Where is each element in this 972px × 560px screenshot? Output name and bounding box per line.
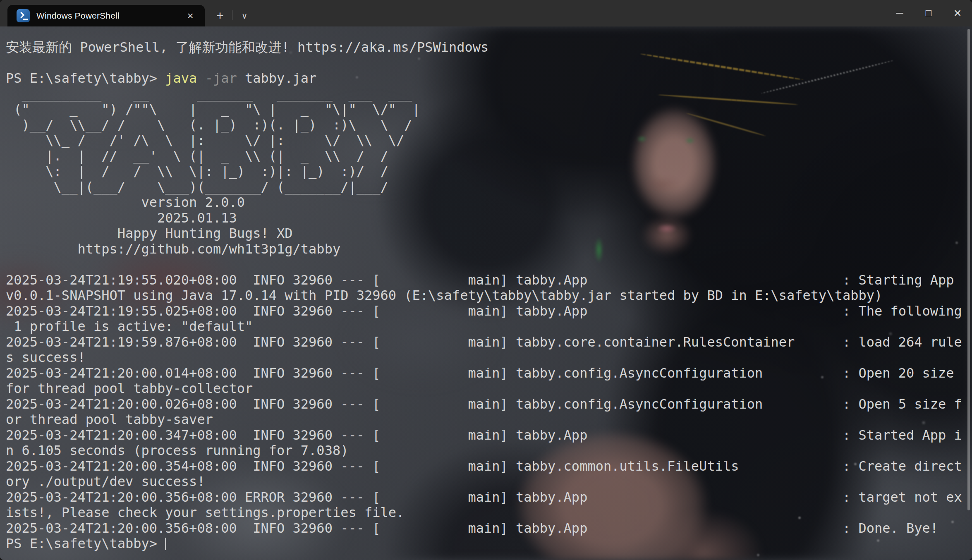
maximize-button[interactable]: □ (914, 0, 943, 26)
terminal-line: 2025-03-24T21:20:00.014+08:00 INFO 32960… (6, 366, 972, 381)
terminal-line: 2025-03-24T21:20:00.354+08:00 INFO 32960… (6, 459, 972, 474)
terminal-line: (" _ ") /""\ | _ "\ | _ "\|" \/" | (6, 102, 972, 117)
tab-windows-powershell[interactable]: Windows PowerShell × (7, 5, 205, 26)
terminal-line: PS E:\safety\tabby> java -jar tabby.jar (6, 71, 972, 86)
terminal-line (6, 257, 972, 273)
text-cursor (165, 538, 166, 550)
minimize-button[interactable]: ─ (885, 0, 914, 26)
terminal-line: ory ./output/dev success! (6, 474, 972, 490)
terminal-line: \__|(___/ \___)(_______/ (_______/|___/ (6, 179, 972, 195)
terminal-line: for thread pool tabby-collector (6, 381, 972, 397)
tab-dropdown-button[interactable]: ∨ (235, 5, 254, 26)
terminal-line: 安装最新的 PowerShell, 了解新功能和改进! https://aka.… (6, 40, 972, 55)
chevron-right-icon (18, 12, 25, 19)
terminal-line: PS E:\safety\tabby> (6, 536, 972, 552)
titlebar: Windows PowerShell × + ∨ ─ □ × (0, 0, 972, 26)
terminal-line: 2025-03-24T21:20:00.356+08:00 INFO 32960… (6, 521, 972, 536)
terminal-line: version 2.0.0 (6, 195, 972, 211)
terminal-line: 2025.01.13 (6, 211, 972, 226)
terminal-line: ists!, Please check your settings.proper… (6, 505, 972, 521)
powershell-icon (17, 9, 30, 22)
terminal-line: Happy Hunting Bugs! XD (6, 226, 972, 242)
terminal-line: s success! (6, 350, 972, 366)
terminal-line: \\_ / /' /\ \ |: \/ |: \/ \\ \/ (6, 133, 972, 148)
terminal-line: 2025-03-24T21:20:00.026+08:00 INFO 32960… (6, 397, 972, 412)
terminal-line: https://github.com/wh1t3p1g/tabby (6, 242, 972, 257)
terminal-line: |. | // __' \ (| _ \\ (| _ \\ / / (6, 148, 972, 164)
terminal-line: or thread pool tabby-saver (6, 412, 972, 428)
terminal-line: v0.0.1-SNAPSHOT using Java 17.0.14 with … (6, 288, 972, 304)
terminal-line: 1 profile is active: "default" (6, 319, 972, 335)
terminal-line: 2025-03-24T21:20:00.347+08:00 INFO 32960… (6, 428, 972, 443)
underscore-icon (23, 19, 28, 20)
terminal-line: \: | / / \\ \|: |_) :)|: |_) :)/ / (6, 164, 972, 179)
titlebar-separator (232, 10, 232, 20)
terminal-output: 安装最新的 PowerShell, 了解新功能和改进! https://aka.… (0, 26, 972, 560)
close-button[interactable]: × (943, 0, 972, 26)
terminal-line: 2025-03-24T21:19:55.025+08:00 INFO 32960… (6, 304, 972, 319)
scrollbar-thumb[interactable] (967, 29, 970, 510)
scrollbar[interactable] (965, 26, 972, 560)
terminal-line: n 6.105 seconds (process running for 7.0… (6, 443, 972, 459)
terminal-line: __________ __ _______ _______ ___ ___ (6, 86, 972, 102)
terminal-line: 2025-03-24T21:19:59.876+08:00 INFO 32960… (6, 335, 972, 350)
terminal-line: 2025-03-24T21:20:00.356+08:00 ERROR 3296… (6, 490, 972, 505)
terminal-window: Windows PowerShell × + ∨ ─ □ × 安装最新的 Pow… (0, 0, 972, 560)
new-tab-button[interactable]: + (211, 5, 230, 26)
tab-title: Windows PowerShell (36, 11, 120, 21)
tab-close-icon[interactable]: × (183, 10, 197, 21)
terminal-body[interactable]: 安装最新的 PowerShell, 了解新功能和改进! https://aka.… (0, 26, 972, 560)
terminal-line: 2025-03-24T21:19:55.020+08:00 INFO 32960… (6, 273, 972, 288)
terminal-line (6, 55, 972, 71)
terminal-line: )__/ \\__/ / \ (. |_) :)(. |_) :)\ \ / (6, 117, 972, 133)
